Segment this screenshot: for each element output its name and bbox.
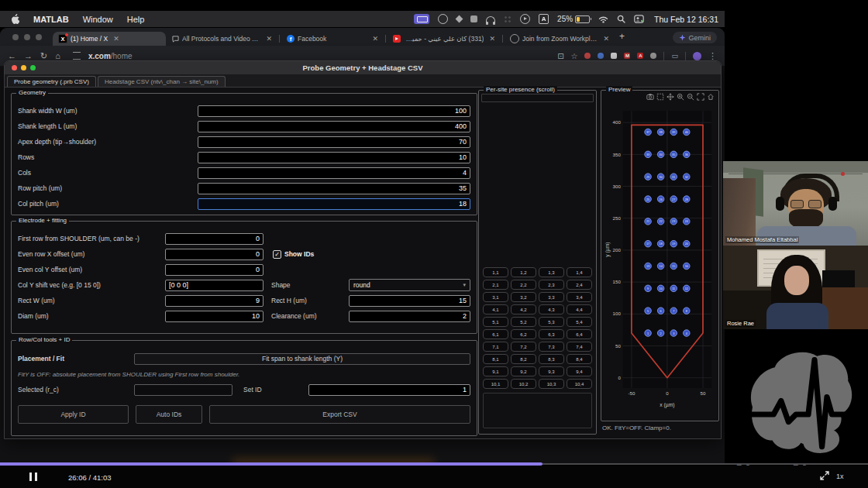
spotlight-search-icon[interactable] <box>617 15 625 23</box>
site-toggle-4-2[interactable]: 4,2 <box>511 304 536 314</box>
site-toggle-5-3[interactable]: 5,3 <box>539 317 564 327</box>
extension-icon-pdf[interactable]: A <box>637 53 643 59</box>
user-switch-icon[interactable] <box>634 15 644 23</box>
site-toggle-10-2[interactable]: 10,2 <box>511 379 536 389</box>
wifi-icon[interactable] <box>598 15 608 23</box>
cast-icon[interactable]: ▭ <box>671 52 678 60</box>
gemini-button[interactable]: Gemini <box>673 32 717 43</box>
site-toggle-5-4[interactable]: 5,4 <box>567 317 592 327</box>
diam-input[interactable] <box>165 311 264 322</box>
geometry-input-2[interactable] <box>198 136 470 148</box>
tab-youtube[interactable]: (331) كان علي عيني - حميد و ليـ ✕ <box>388 32 501 46</box>
site-toggle-3-4[interactable]: 3,4 <box>567 292 592 302</box>
site-toggle-7-4[interactable]: 7,4 <box>567 342 592 352</box>
site-toggle-7-2[interactable]: 7,2 <box>511 342 536 352</box>
forward-icon[interactable]: → <box>24 51 33 60</box>
tab-headstage-csv[interactable]: Headstage CSV (ntv\_chan → site\_num) <box>98 76 226 87</box>
menu-app-name[interactable]: MATLAB <box>33 15 69 24</box>
site-toggle-2-1[interactable]: 2,1 <box>483 280 508 290</box>
site-toggle-7-3[interactable]: 7,3 <box>539 342 564 352</box>
col-y-shift-input[interactable] <box>165 280 264 291</box>
first-row-input[interactable] <box>165 233 264 245</box>
tab-probe-geometry[interactable]: Probe geometry (.prb CSV) <box>7 76 96 87</box>
geometry-input-6[interactable] <box>198 198 470 210</box>
fullscreen-icon[interactable] <box>820 469 829 483</box>
site-toggle-5-1[interactable]: 5,1 <box>483 317 508 327</box>
fit-span-button[interactable]: Fit span to shank length (Y) <box>134 353 470 365</box>
close-window-icon[interactable] <box>12 34 19 40</box>
site-toggle-4-3[interactable]: 4,3 <box>539 304 564 314</box>
geometry-input-5[interactable] <box>198 183 470 194</box>
tab-facebook[interactable]: f Facebook ✕ <box>281 32 384 46</box>
probe-preview-plot[interactable]: 050100150200250300350400-500501234567891… <box>603 102 717 417</box>
geometry-input-4[interactable] <box>198 167 470 179</box>
site-toggle-8-3[interactable]: 8,3 <box>539 354 564 364</box>
site-toggle-5-2[interactable]: 5,2 <box>511 317 536 327</box>
rect-w-input[interactable] <box>165 295 264 307</box>
site-toggle-6-1[interactable]: 6,1 <box>483 329 508 339</box>
site-toggle-1-3[interactable]: 1,3 <box>539 267 564 277</box>
site-toggle-8-1[interactable]: 8,1 <box>483 354 508 364</box>
site-toggle-6-4[interactable]: 6,4 <box>567 329 592 339</box>
browser-menu-icon[interactable]: ⋮ <box>708 51 717 61</box>
tab-zoom[interactable]: Join from Zoom Workplace a ✕ <box>505 32 615 46</box>
site-settings-icon[interactable] <box>73 52 81 60</box>
minimize-window-icon[interactable] <box>21 65 26 70</box>
site-toggle-4-4[interactable]: 4,4 <box>567 304 592 314</box>
site-toggle-9-1[interactable]: 9,1 <box>483 366 508 376</box>
reload-icon[interactable]: ↻ <box>40 51 47 61</box>
menu-bar-clock[interactable]: Thu Feb 12 16:31 <box>654 15 718 24</box>
autoscale-icon[interactable] <box>697 93 704 101</box>
extension-icon-github[interactable] <box>650 53 656 59</box>
close-tab-icon[interactable]: ✕ <box>113 35 119 43</box>
menu-window[interactable]: Window <box>83 15 113 24</box>
set-id-input[interactable] <box>308 384 470 396</box>
save-page-icon[interactable]: ⊡ <box>557 52 563 60</box>
site-toggle-10-1[interactable]: 10,1 <box>483 379 508 389</box>
site-toggle-3-3[interactable]: 3,3 <box>539 292 564 302</box>
site-toggle-6-2[interactable]: 6,2 <box>511 329 536 339</box>
zoom-window-icon[interactable] <box>36 34 42 40</box>
site-toggle-3-2[interactable]: 3,2 <box>511 292 536 302</box>
window-controls[interactable] <box>12 65 36 70</box>
zoom-out-icon[interactable] <box>687 93 694 101</box>
show-ids-checkbox[interactable]: ✓ <box>273 250 281 259</box>
apple-menu-icon[interactable] <box>11 14 19 24</box>
tab-x-home[interactable]: X (1) Home / X ✕ <box>53 32 166 46</box>
site-toggle-7-1[interactable]: 7,1 <box>483 342 508 352</box>
site-toggle-10-4[interactable]: 10,4 <box>567 379 592 389</box>
back-icon[interactable]: ← <box>8 51 16 60</box>
menu-help[interactable]: Help <box>127 15 145 24</box>
extension-icon-red[interactable] <box>584 53 591 59</box>
close-tab-icon[interactable]: ✕ <box>489 35 495 43</box>
zoom-window-icon[interactable] <box>30 65 36 70</box>
clock-app-icon[interactable] <box>438 14 448 24</box>
bookmark-star-icon[interactable]: ☆ <box>571 52 578 60</box>
window-controls-inactive[interactable] <box>12 34 42 40</box>
even-row-x-input[interactable] <box>165 249 264 260</box>
geometry-input-1[interactable] <box>198 121 470 132</box>
auto-ids-button[interactable]: Auto IDs <box>136 405 202 424</box>
shape-select[interactable]: round <box>349 279 470 291</box>
extension-icon-blue[interactable] <box>598 53 604 59</box>
site-toggle-3-1[interactable]: 3,1 <box>483 292 508 302</box>
camera-snapshot-icon[interactable] <box>646 93 654 101</box>
site-toggle-6-3[interactable]: 6,3 <box>539 329 564 339</box>
privacy-indicator-icon[interactable] <box>470 15 477 22</box>
site-toggle-10-3[interactable]: 10,3 <box>539 379 564 389</box>
selected-rc-input[interactable] <box>134 384 232 396</box>
apply-id-button[interactable]: Apply ID <box>18 405 129 424</box>
export-csv-button[interactable]: Export CSV <box>209 405 470 424</box>
site-toggle-2-2[interactable]: 2,2 <box>511 280 536 290</box>
window-title-bar[interactable]: Probe Geometry + Headstage CSV <box>5 61 721 74</box>
new-tab-button[interactable]: + <box>619 31 625 42</box>
headphones-icon[interactable] <box>486 16 495 22</box>
site-toggle-9-2[interactable]: 9,2 <box>511 366 536 376</box>
geometry-input-3[interactable] <box>198 152 470 163</box>
site-toggle-1-2[interactable]: 1,2 <box>511 267 536 277</box>
site-toggle-2-3[interactable]: 2,3 <box>539 280 564 290</box>
close-tab-icon[interactable]: ✕ <box>372 35 378 43</box>
close-window-icon[interactable] <box>12 65 17 70</box>
dropbox-icon[interactable] <box>456 15 463 23</box>
input-source-icon[interactable]: A <box>539 14 549 24</box>
